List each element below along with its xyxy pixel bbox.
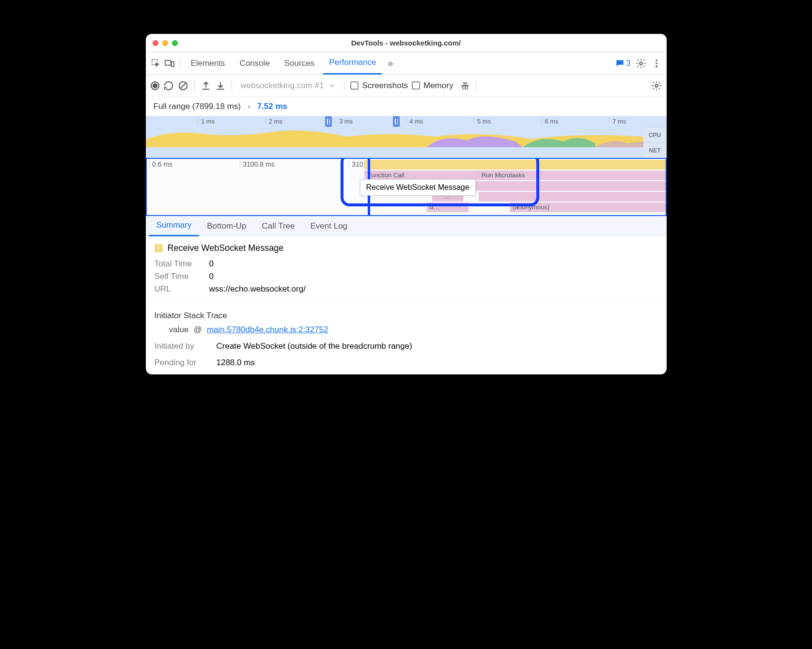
overview-tick: 3 ms: [336, 118, 353, 124]
total-time-label: Total Time: [155, 259, 201, 269]
screenshots-label: Screenshots: [362, 81, 408, 91]
breadcrumb-selected-range[interactable]: 7.52 ms: [257, 102, 287, 111]
cpu-usage-chart: [146, 127, 643, 147]
recording-select[interactable]: websocketking.com #1: [238, 81, 339, 91]
subtab-call-tree[interactable]: Call Tree: [254, 216, 302, 236]
pending-for-label: Pending for: [155, 358, 209, 368]
svg-point-6: [656, 65, 657, 67]
separator: [232, 80, 232, 92]
initiated-by-label: Initiated by: [155, 341, 209, 351]
overview-minimap[interactable]: 1 ms 2 ms 3 ms 4 ms 5 ms 6 ms 7 ms CPU N…: [146, 116, 667, 158]
summary-panel: Receive WebSocket Message Total Time0 Se…: [146, 236, 667, 374]
inspect-icon[interactable]: [151, 58, 161, 69]
flame-function-call[interactable]: Function Call: [364, 170, 479, 180]
main-tab-strip: Elements Console Sources Performance » 3: [146, 52, 667, 75]
url-label: URL: [155, 284, 201, 294]
memory-checkbox[interactable]: Memory: [412, 81, 453, 91]
tab-console[interactable]: Console: [234, 52, 275, 75]
gear-icon[interactable]: [636, 58, 646, 69]
stack-fn: value: [169, 325, 189, 334]
separator: [194, 80, 195, 92]
flame-anonymous[interactable]: (anonymous): [510, 202, 665, 212]
checkbox-icon: [412, 81, 420, 90]
reload-icon[interactable]: [163, 80, 174, 91]
gc-icon[interactable]: [460, 80, 470, 91]
svg-point-9: [655, 84, 658, 87]
stack-trace-header: Initiator Stack Trace: [155, 311, 658, 321]
settings-gear-icon[interactable]: [651, 80, 662, 91]
separator: [476, 80, 477, 92]
tab-performance[interactable]: Performance: [323, 52, 382, 75]
window-controls: [153, 40, 178, 46]
initiated-by-value: Create WebSocket (outside of the breadcr…: [217, 341, 412, 351]
svg-line-8: [180, 82, 186, 89]
subtab-bottom-up[interactable]: Bottom-Up: [199, 216, 254, 236]
range-handle-left[interactable]: [325, 116, 332, 127]
overview-tick: 7 ms: [609, 118, 626, 124]
tab-sources[interactable]: Sources: [279, 52, 320, 75]
devtools-window: DevTools - websocketking.com/ Elements C…: [146, 34, 667, 374]
overview-tick: 5 ms: [474, 118, 491, 124]
event-tooltip: Receive WebSocket Message: [360, 179, 476, 196]
overview-tick: 6 ms: [542, 118, 559, 124]
checkbox-icon: [350, 81, 359, 90]
net-label: NET: [643, 142, 667, 158]
total-time-value: 0: [209, 259, 214, 269]
svg-point-4: [656, 59, 657, 61]
overview-tick: 1 ms: [198, 118, 215, 124]
summary-title-row: Receive WebSocket Message: [155, 243, 658, 253]
maximize-icon[interactable]: [172, 40, 178, 46]
recording-select-label: websocketking.com #1: [241, 81, 324, 91]
pending-for-value: 1288.0 ms: [217, 358, 255, 368]
messages-badge[interactable]: 3: [615, 59, 631, 68]
range-handle-right[interactable]: [393, 116, 400, 127]
overview-tick: 2 ms: [265, 118, 282, 124]
memory-label: Memory: [423, 81, 453, 91]
overview-side-labels: CPU NET: [643, 127, 667, 158]
svg-point-5: [656, 62, 657, 64]
divider: [146, 301, 667, 301]
chevron-down-icon: [328, 82, 335, 89]
kebab-icon[interactable]: [651, 58, 662, 69]
overview-tick: 4 ms: [406, 118, 423, 124]
minimize-icon[interactable]: [162, 40, 168, 46]
self-time-value: 0: [209, 272, 214, 281]
overview-ticks: 1 ms 2 ms 3 ms 4 ms 5 ms 6 ms 7 ms: [146, 116, 667, 127]
upload-icon[interactable]: [201, 80, 211, 91]
stack-at: @: [193, 325, 202, 334]
stack-source-link[interactable]: main.5780db4e.chunk.js:2:32752: [207, 325, 328, 334]
flame-row4[interactable]: [479, 192, 666, 201]
titlebar[interactable]: DevTools - websocketking.com/: [146, 34, 667, 52]
stack-trace-line: value @ main.5780db4e.chunk.js:2:32752: [155, 324, 658, 335]
svg-rect-2: [171, 62, 174, 66]
close-icon[interactable]: [153, 40, 158, 46]
subtab-summary[interactable]: Summary: [149, 216, 200, 236]
svg-rect-1: [165, 60, 171, 65]
device-toggle-icon[interactable]: [164, 58, 175, 69]
flame-receive-ws[interactable]: [364, 160, 665, 170]
summary-title: Receive WebSocket Message: [168, 243, 284, 253]
download-icon[interactable]: [215, 80, 226, 91]
screenshots-checkbox[interactable]: Screenshots: [350, 81, 408, 91]
flame-chart[interactable]: 0.6 ms 3100.8 ms 3101.0 ms 3101.2 ms 310…: [146, 158, 667, 216]
flame-d[interactable]: d…: [427, 202, 468, 212]
flame-run-microtasks[interactable]: Run Microtasks: [479, 170, 666, 180]
message-icon: [615, 59, 625, 68]
self-time-label: Self Time: [155, 272, 201, 281]
subtab-event-log[interactable]: Event Log: [303, 216, 356, 236]
record-button[interactable]: [151, 81, 159, 90]
separator: [180, 58, 180, 69]
window-title: DevTools - websocketking.com/: [351, 39, 461, 47]
chevron-right-icon: ›: [248, 102, 250, 111]
cpu-label: CPU: [643, 127, 667, 142]
tab-overflow[interactable]: »: [385, 52, 396, 75]
color-swatch: [155, 244, 163, 252]
clear-icon[interactable]: [178, 80, 188, 91]
detail-tab-strip: Summary Bottom-Up Call Tree Event Log: [146, 216, 667, 236]
tab-elements[interactable]: Elements: [185, 52, 231, 75]
breadcrumb: Full range (7899.18 ms) › 7.52 ms: [146, 97, 667, 116]
separator: [344, 80, 344, 92]
breadcrumb-full-range[interactable]: Full range (7899.18 ms): [154, 102, 241, 111]
performance-toolbar: websocketking.com #1 Screenshots Memory: [146, 75, 667, 97]
svg-point-3: [640, 62, 642, 65]
